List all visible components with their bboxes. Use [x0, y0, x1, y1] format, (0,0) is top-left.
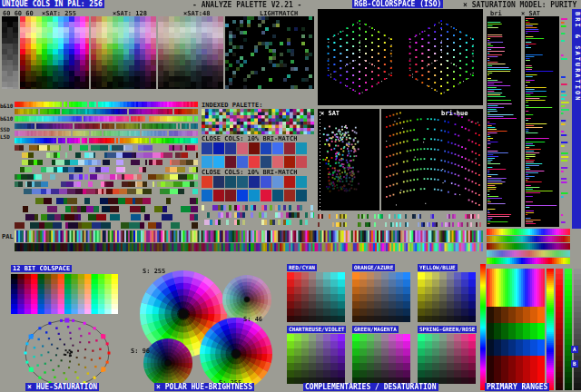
comp-label-spring-green-rose: SPRING-GREEN/ROSE: [418, 326, 477, 333]
bri-histogram: [487, 16, 521, 227]
indexed-palette-grid: [202, 109, 314, 134]
rgb-iso-canvas: [318, 9, 483, 105]
sat-255-toggle[interactable]: ×SAT: 255: [42, 10, 76, 17]
sort-label-d: LSD: [0, 133, 10, 140]
primary-ranges-block: [487, 269, 545, 390]
bri-hue-scatter-label: bri-hue: [441, 110, 468, 117]
sorted-strips-b: [15, 145, 198, 196]
bri-hue-scatter: [381, 109, 483, 211]
polar-s255-top-label: S: 255: [143, 268, 165, 275]
hue-sat-hex-wheel: [7, 316, 127, 390]
indexed-palette-title: INDEXED PALETTE:: [202, 102, 262, 109]
comp-label-yellow-blue: YELLOW/BLUE: [418, 264, 458, 271]
sat-histogram: [525, 16, 559, 227]
polar-s46-label: S: 46: [243, 316, 262, 323]
pal-label: PAL: [2, 233, 14, 240]
range-b-label: B: [571, 360, 578, 368]
hue-saturation-toggle[interactable]: × HUE-SATURATION: [25, 383, 99, 391]
sort-label-b: b&10: [0, 115, 13, 122]
hue-sat-map-255: [20, 16, 89, 89]
close-cols-grid-1: [202, 142, 309, 168]
close-cols-grid-2: [202, 176, 309, 201]
polar-wheels: [127, 263, 287, 392]
comp-label-red-cyan: RED/CYAN: [287, 264, 317, 271]
colspace-12bit-grid: [11, 274, 118, 314]
comp-label-green-magenta: GREEN/MAGENTA: [352, 326, 399, 333]
hue-sat-map-128: [91, 16, 156, 89]
close-cols-label-1: CLOSE COLS: 10% BRI-MATCH: [202, 135, 297, 142]
sat-histogram-label: × SAT: [521, 10, 540, 17]
right-range-strips: [487, 229, 570, 267]
sat-48-toggle[interactable]: ×SAT:48: [183, 10, 211, 17]
comp-canvas-4: [352, 334, 410, 384]
comp-canvas-0: [287, 272, 345, 322]
pal-strip: [15, 230, 483, 242]
sat-128-toggle[interactable]: ×SAT: 128: [113, 10, 147, 17]
lightmatch-label: LIGHTMATCH: [260, 10, 298, 17]
primary-ranges-label: PRIMARY RANGES: [485, 383, 549, 391]
analyze-palette-app: BRI & SATURATION UNIQUE COLS IN PAL: 256…: [0, 0, 581, 392]
app-title: - ANALYZE PALETTE V2.21 -: [192, 1, 301, 9]
rgb-colorspace-title: RGB-COLORSPACE (ISO): [352, 0, 443, 8]
sorted-strips-c: [15, 198, 198, 229]
sort-label-c: SSD: [0, 126, 10, 132]
range-a-label: A: [571, 346, 578, 353]
hist-marks: [561, 16, 570, 227]
comp-canvas-2: [418, 272, 476, 322]
sat-scatter: [318, 109, 379, 211]
under-strips: [318, 214, 483, 229]
polar-s96-label: S: 96: [131, 348, 150, 355]
bri-saturation-side-label: BRI & SATURATION: [572, 9, 581, 229]
comp-canvas-3: [287, 334, 345, 384]
lightmatch-map: [225, 16, 314, 89]
close-cols-label-2: CLOSE COLS: 10% BRI-MATCH: [202, 169, 297, 176]
gray-ref-label: 60 60 60: [3, 10, 34, 17]
pal-strip-sorted: [15, 243, 483, 251]
sort-label-a: b&10: [0, 103, 13, 109]
gray-ramp-grid: [2, 16, 18, 89]
sorted-strips-a: [15, 102, 198, 143]
comp-divider-rainbow: [480, 264, 486, 390]
polar-hue-brightness-toggle[interactable]: × POLAR HUE-BRIGHTNESS: [154, 383, 254, 391]
unique-colors-count: UNIQUE COLS IN PAL: 256: [0, 0, 104, 8]
colspace-12bit-title: 12 BIT COLSPACE: [11, 265, 72, 272]
primary-vertical-cols: [547, 269, 581, 390]
comp-canvas-1: [352, 272, 410, 322]
comp-label-chartreuse-violet: CHARTREUSE/VIOLET: [287, 326, 346, 333]
mid-strips: [202, 205, 314, 227]
bri-histogram-label: bri: [490, 10, 502, 17]
saturation-model-option[interactable]: × SATURATION MODEL: PURITY: [463, 1, 576, 9]
comp-canvas-5: [418, 334, 476, 384]
comp-label-orange-azure: ORANGE/AZURE: [352, 264, 395, 271]
complementaries-label: COMPLEMENTARIES / DESATURATION: [303, 383, 438, 391]
sat-scatter-label[interactable]: × SAT: [320, 110, 340, 117]
hue-sat-map-48: [158, 16, 223, 89]
